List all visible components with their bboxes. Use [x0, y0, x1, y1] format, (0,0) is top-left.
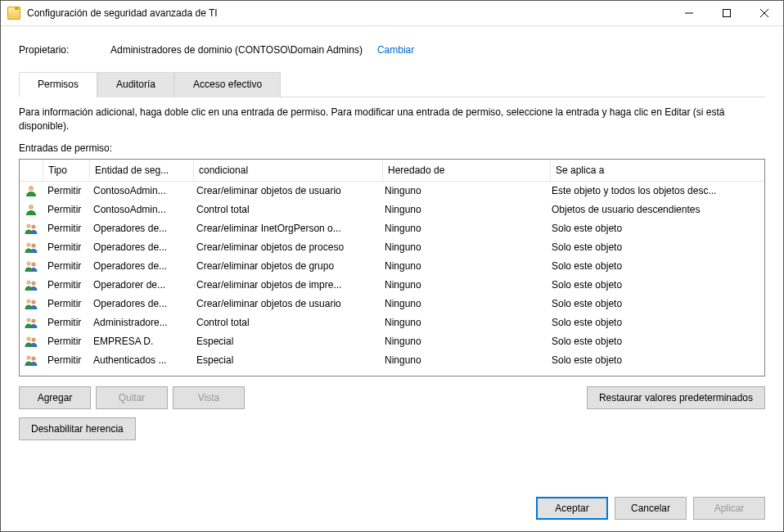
- cell-access: Control total: [191, 317, 380, 328]
- table-row[interactable]: PermitirOperadorer de...Crear/eliminar o…: [20, 276, 764, 295]
- owner-value: Administradores de dominio (CONTOSO\Doma…: [110, 44, 363, 56]
- tab-permissions[interactable]: Permisos: [19, 72, 97, 97]
- permission-entries-table: Tipo Entidad de seg... condicional Hered…: [19, 159, 765, 376]
- principal-icon: [20, 184, 43, 197]
- cancel-button[interactable]: Cancelar: [615, 497, 687, 520]
- principal-icon: [20, 335, 43, 348]
- cell-access: Crear/eliminar objetos de grupo: [191, 260, 380, 272]
- principal-icon: [20, 203, 43, 216]
- content-area: Propietario: Administradores de dominio …: [1, 26, 783, 487]
- cell-applies: Este objeto y todos los objetos desc...: [547, 185, 764, 196]
- table-row[interactable]: PermitirContosoAdmin...Control totalNing…: [20, 201, 764, 219]
- col-header-type[interactable]: Tipo: [43, 165, 89, 176]
- folder-icon: [7, 7, 20, 20]
- cell-type: Permitir: [43, 279, 88, 291]
- owner-label: Propietario:: [19, 44, 110, 56]
- table-row[interactable]: PermitirOperadores de...Crear/eliminar o…: [20, 238, 764, 257]
- cell-access: Crear/eliminar objetos de usuario: [191, 298, 380, 309]
- minimize-button[interactable]: [670, 1, 708, 25]
- svg-rect-1: [723, 10, 731, 17]
- cell-applies: Solo este objeto: [547, 241, 764, 253]
- cell-principal: Operadores de...: [88, 298, 191, 309]
- cell-principal: Operadores de...: [88, 260, 191, 272]
- table-body[interactable]: PermitirContosoAdmin...Crear/eliminar ob…: [20, 182, 764, 376]
- tab-effective-access[interactable]: Acceso efectivo: [174, 72, 281, 97]
- apply-button[interactable]: Aplicar: [693, 497, 765, 520]
- cell-inherited: Ninguno: [380, 336, 547, 347]
- principal-icon: [20, 259, 43, 273]
- cell-principal: ContosoAdmin...: [88, 204, 191, 215]
- cell-applies: Solo este objeto: [547, 260, 764, 272]
- tabs: Permisos Auditoría Acceso efectivo: [19, 72, 765, 97]
- cell-access: Especial: [191, 336, 380, 347]
- restore-defaults-button[interactable]: Restaurar valores predeterminados: [587, 386, 765, 409]
- tab-auditing[interactable]: Auditoría: [97, 72, 174, 97]
- cell-inherited: Ninguno: [380, 241, 547, 253]
- table-row[interactable]: PermitirOperadores de...Crear/eliminar o…: [20, 295, 764, 313]
- button-row-2: Deshabilitar herencia: [19, 417, 765, 440]
- table-header: Tipo Entidad de seg... condicional Hered…: [20, 160, 764, 182]
- cell-applies: Solo este objeto: [547, 298, 764, 309]
- principal-icon: [20, 241, 43, 254]
- col-header-access[interactable]: condicional: [194, 165, 382, 176]
- cell-type: Permitir: [43, 298, 88, 309]
- col-header-applies[interactable]: Se aplica a: [551, 165, 764, 176]
- cell-applies: Solo este objeto: [547, 317, 764, 328]
- col-header-principal[interactable]: Entidad de seg...: [90, 165, 193, 176]
- cell-type: Permitir: [43, 354, 88, 366]
- table-row[interactable]: PermitirOperadores de...Crear/eliminar o…: [20, 257, 764, 276]
- entries-label: Entradas de permiso:: [19, 142, 765, 154]
- cell-applies: Objetos de usuario descendientes: [547, 204, 764, 215]
- principal-icon: [20, 316, 43, 329]
- cell-type: Permitir: [43, 336, 88, 347]
- cell-inherited: Ninguno: [380, 279, 547, 291]
- cell-applies: Solo este objeto: [547, 223, 764, 234]
- cell-applies: Solo este objeto: [547, 336, 764, 347]
- cell-type: Permitir: [43, 185, 88, 196]
- cell-applies: Solo este objeto: [547, 354, 764, 366]
- cell-access: Crear/eliminar objetos de impre...: [191, 279, 380, 291]
- cell-inherited: Ninguno: [380, 204, 547, 215]
- cell-inherited: Ninguno: [380, 354, 547, 366]
- cell-access: Especial: [191, 354, 380, 366]
- cell-inherited: Ninguno: [380, 185, 547, 196]
- cell-type: Permitir: [43, 260, 88, 272]
- cell-principal: EMPRESA D.: [88, 336, 191, 347]
- cell-inherited: Ninguno: [380, 223, 547, 234]
- remove-button[interactable]: Quitar: [96, 386, 168, 409]
- owner-row: Propietario: Administradores de dominio …: [19, 44, 765, 56]
- titlebar: Configuración de seguridad avanzada de T…: [1, 1, 783, 26]
- change-owner-link[interactable]: Cambiar: [377, 44, 414, 56]
- view-button[interactable]: Vista: [173, 386, 245, 409]
- table-row[interactable]: PermitirEMPRESA D.EspecialNingunoSolo es…: [20, 332, 764, 351]
- cell-inherited: Ninguno: [380, 317, 547, 328]
- button-row-1: Agregar Quitar Vista Restaurar valores p…: [19, 386, 765, 409]
- close-button[interactable]: [746, 1, 783, 25]
- cell-inherited: Ninguno: [380, 298, 547, 309]
- maximize-button[interactable]: [708, 1, 746, 25]
- cell-principal: Operadores de...: [88, 223, 191, 234]
- table-row[interactable]: PermitirOperadores de...Crear/eliminar I…: [20, 219, 764, 238]
- dialog-footer: Aceptar Cancelar Aplicar: [1, 487, 783, 531]
- cell-type: Permitir: [43, 204, 88, 215]
- table-row[interactable]: PermitirAuthenticados ...EspecialNinguno…: [20, 351, 764, 370]
- window-title: Configuración de seguridad avanzada de T…: [27, 7, 670, 19]
- cell-type: Permitir: [43, 241, 88, 253]
- table-row[interactable]: PermitirAdministradore...Control totalNi…: [20, 313, 764, 332]
- table-row[interactable]: PermitirContosoAdmin...Crear/eliminar ob…: [20, 182, 764, 201]
- window-controls: [670, 1, 783, 25]
- principal-icon: [20, 354, 43, 367]
- cell-principal: Administradore...: [88, 317, 191, 328]
- col-header-inherited[interactable]: Heredado de: [383, 165, 550, 176]
- add-button[interactable]: Agregar: [19, 386, 91, 409]
- cell-inherited: Ninguno: [380, 260, 547, 272]
- cell-principal: Operadores de...: [88, 241, 191, 253]
- ok-button[interactable]: Aceptar: [536, 497, 608, 520]
- cell-type: Permitir: [43, 223, 88, 234]
- advanced-security-window: Configuración de seguridad avanzada de T…: [0, 0, 784, 532]
- principal-icon: [20, 222, 43, 235]
- cell-principal: ContosoAdmin...: [88, 185, 191, 196]
- disable-inheritance-button[interactable]: Deshabilitar herencia: [19, 417, 136, 440]
- cell-access: Crear/eliminar objetos de usuario: [191, 185, 380, 196]
- principal-icon: [20, 278, 43, 291]
